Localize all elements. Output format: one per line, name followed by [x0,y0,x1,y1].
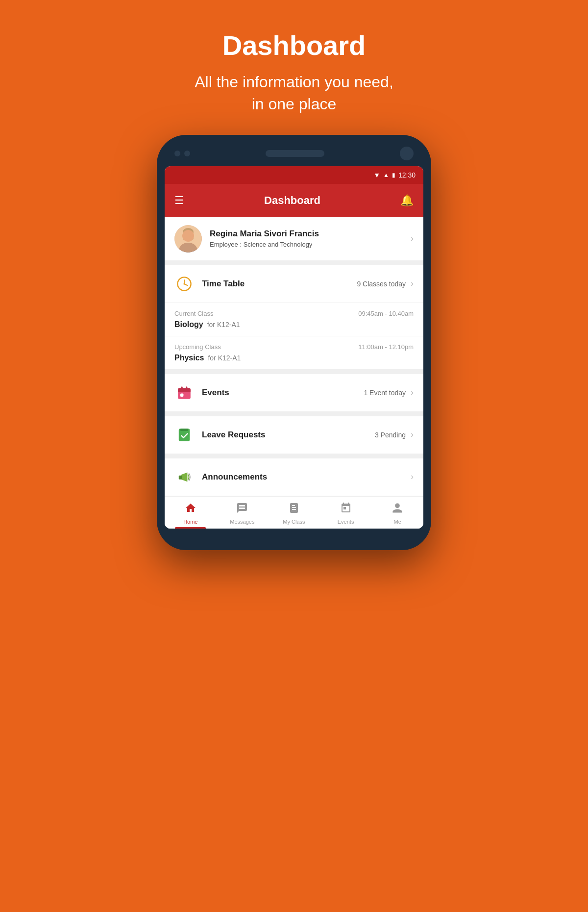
myclass-icon [288,502,300,517]
page-title: Dashboard [195,29,393,61]
events-card: Events 1 Event today › [165,374,423,411]
events-badge: 1 Event today [364,389,406,397]
svg-point-3 [183,228,194,236]
announce-icon-svg [176,469,192,485]
announcements-chevron-icon: › [411,472,414,482]
app-bar-title: Dashboard [264,194,320,207]
upcoming-class-group: for K12-A1 [208,354,241,362]
current-class-subject: Biology [174,320,203,329]
messages-icon [236,502,248,517]
svg-rect-18 [180,429,188,431]
nav-item-home[interactable]: Home [165,497,217,529]
app-bar: ☰ Dashboard 🔔 [165,184,423,217]
leave-icon [174,425,194,445]
announcements-card: Announcements › [165,458,423,496]
timetable-title: Time Table [202,279,357,289]
avatar [174,225,202,253]
events-nav-icon [340,502,352,517]
menu-icon[interactable]: ☰ [174,194,184,207]
nav-label-messages: Messages [230,519,254,525]
bottom-nav: Home Messages My [165,497,423,529]
timetable-chevron-icon: › [411,279,414,289]
section-gap-4 [165,455,423,458]
upcoming-class-time: 11:00am - 12.10pm [358,343,414,351]
events-chevron-icon: › [411,387,414,398]
status-time: 12:30 [398,171,416,179]
nav-item-me[interactable]: Me [371,497,423,529]
current-class-item[interactable]: Current Class 09:45am - 10.40am Biology … [165,303,423,336]
leave-requests-chevron-icon: › [411,430,414,440]
profile-card[interactable]: Regina Maria Sivori Francis Employee : S… [165,217,423,260]
nav-item-messages[interactable]: Messages [217,497,269,529]
profile-info: Regina Maria Sivori Francis Employee : S… [210,229,411,248]
svg-rect-16 [180,393,183,396]
section-gap-3 [165,412,423,416]
profile-name: Regina Maria Sivori Francis [210,229,411,239]
leave-requests-card-header[interactable]: Leave Requests 3 Pending › [165,416,423,454]
nav-label-me: Me [394,519,401,525]
battery-icon: ▮ [392,172,395,178]
svg-point-1 [183,231,193,241]
timetable-badge: 9 Classes today [357,280,406,288]
events-icon [174,383,194,403]
nav-item-events[interactable]: Events [320,497,372,529]
upcoming-class-label: Upcoming Class [174,343,221,351]
announcements-card-header[interactable]: Announcements › [165,458,423,496]
upcoming-class-item[interactable]: Upcoming Class 11:00am - 12.10pm Physics… [165,336,423,369]
svg-rect-4 [183,232,186,240]
avatar-svg [174,225,202,253]
events-icon-svg [176,385,192,401]
events-title: Events [202,388,364,398]
home-icon [185,502,196,517]
section-gap-1 [165,261,423,265]
upcoming-class-detail: Physics for K12-A1 [174,354,414,362]
page-subtitle: All the information you need, in one pla… [195,71,393,115]
svg-rect-15 [186,386,187,389]
camera-dots [174,151,190,156]
status-icons: ▼ ▲ ▮ 12:30 [373,171,416,179]
section-gap-2 [165,370,423,374]
class-items: Current Class 09:45am - 10.40am Biology … [165,303,423,369]
signal-icon: ▲ [383,172,389,178]
camera-dot-2 [184,151,190,156]
current-class-detail: Biology for K12-A1 [174,320,414,329]
events-card-header[interactable]: Events 1 Event today › [165,374,423,411]
nav-label-myclass: My Class [283,519,305,525]
clock-icon [174,274,194,294]
profile-role: Employee : Science and Technology [210,241,411,248]
upcoming-class-subject: Physics [174,354,204,362]
screen-content: Regina Maria Sivori Francis Employee : S… [165,217,423,529]
leave-icon-svg [176,427,192,443]
svg-rect-6 [181,247,195,253]
phone-bottom [165,529,423,538]
wifi-icon: ▼ [373,171,380,179]
camera-dot-1 [174,151,180,156]
clock-icon-svg [176,276,192,292]
nav-item-myclass[interactable]: My Class [268,497,320,529]
announce-icon [174,467,194,487]
phone-frame: ▼ ▲ ▮ 12:30 ☰ Dashboard 🔔 [157,135,431,550]
leave-requests-card: Leave Requests 3 Pending › [165,416,423,454]
leave-requests-badge: 3 Pending [375,431,406,439]
timetable-card: Time Table 9 Classes today › Current Cla… [165,265,423,369]
notification-icon[interactable]: 🔔 [400,194,414,207]
profile-chevron-icon: › [411,233,414,244]
phone-screen: ▼ ▲ ▮ 12:30 ☰ Dashboard 🔔 [165,166,423,529]
phone-top [165,147,423,166]
phone-speaker [266,150,324,157]
timetable-card-header[interactable]: Time Table 9 Classes today › [165,265,423,303]
svg-rect-14 [181,386,183,389]
nav-label-events: Events [338,519,354,525]
current-class-time: 09:45am - 10.40am [358,310,414,317]
current-class-meta: Current Class 09:45am - 10.40am [174,310,414,317]
avatar-image [174,225,202,253]
current-class-label: Current Class [174,310,213,317]
current-class-group: for K12-A1 [207,321,240,329]
svg-marker-19 [181,472,188,481]
svg-point-10 [183,283,185,284]
role-value: Science and Technology [244,241,313,248]
svg-rect-13 [178,390,191,392]
svg-rect-20 [179,475,182,479]
role-label: Employee : [210,241,242,248]
upcoming-class-meta: Upcoming Class 11:00am - 12.10pm [174,343,414,351]
